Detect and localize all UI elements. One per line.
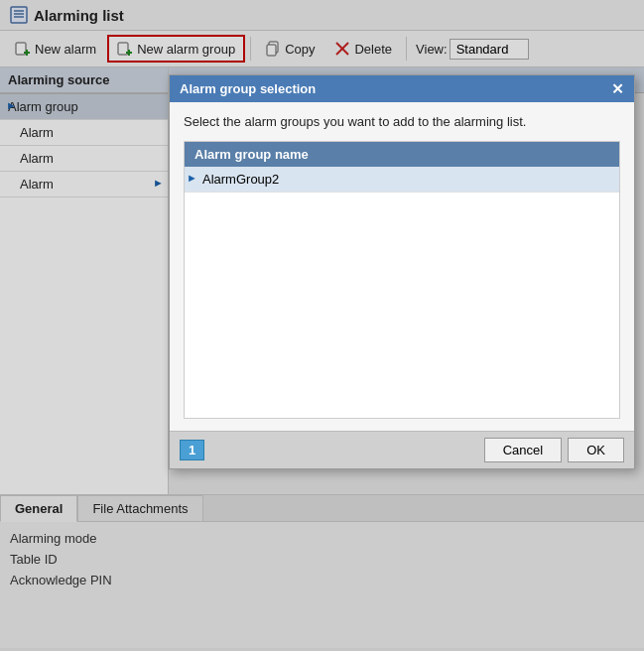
modal-overlay: Alarm group selection ✕ Select the alarm… xyxy=(0,0,644,651)
modal-body: Select the alarm groups you want to add … xyxy=(170,102,634,431)
modal-description: Select the alarm groups you want to add … xyxy=(184,114,620,129)
alarm-group-selection-modal: Alarm group selection ✕ Select the alarm… xyxy=(169,74,635,469)
alarm-group-cell: ► AlarmGroup2 xyxy=(185,167,619,193)
alarm-group-name-header: Alarm group name xyxy=(185,142,619,167)
selection-counter: 1 xyxy=(180,440,204,460)
cancel-button[interactable]: Cancel xyxy=(484,438,562,462)
ok-button[interactable]: OK xyxy=(568,438,624,462)
alarm-group-name: AlarmGroup2 xyxy=(202,172,279,187)
modal-footer: 1 Cancel OK xyxy=(170,431,634,468)
modal-titlebar: Alarm group selection ✕ xyxy=(170,75,634,102)
modal-title: Alarm group selection xyxy=(180,81,316,96)
modal-footer-left: 1 xyxy=(180,443,478,457)
modal-close-button[interactable]: ✕ xyxy=(611,81,624,96)
alarm-group-row[interactable]: ► AlarmGroup2 xyxy=(185,167,619,193)
alarm-group-table: Alarm group name ► AlarmGroup2 xyxy=(185,142,619,193)
row-selected-indicator: ► xyxy=(187,172,197,184)
modal-table-container: Alarm group name ► AlarmGroup2 xyxy=(184,141,620,419)
